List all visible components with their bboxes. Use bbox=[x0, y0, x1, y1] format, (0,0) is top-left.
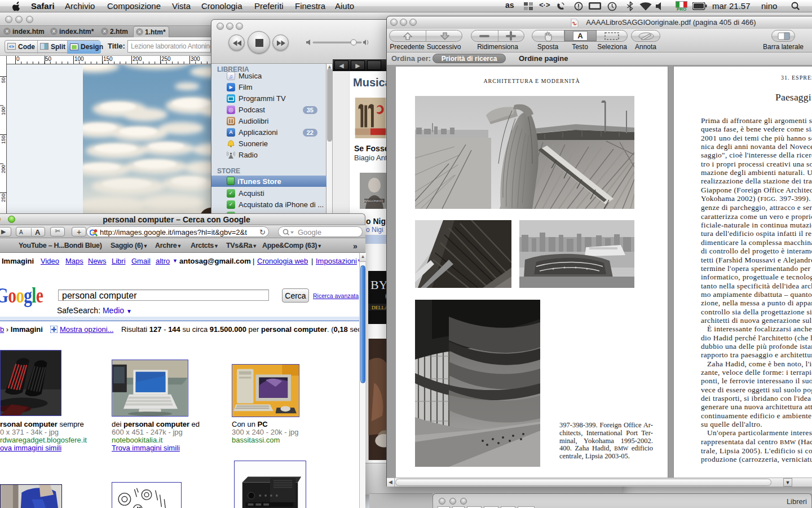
svg-text:200: 200 bbox=[1, 165, 6, 173]
svg-text:150: 150 bbox=[1, 135, 6, 144]
svg-text:250: 250 bbox=[161, 56, 171, 62]
svg-text:INSGONKIO: INSGONKIO bbox=[364, 199, 383, 203]
svg-text:100: 100 bbox=[74, 56, 84, 62]
svg-text:200: 200 bbox=[133, 56, 142, 62]
svg-text:50: 50 bbox=[1, 77, 6, 83]
svg-text:0: 0 bbox=[16, 56, 20, 62]
svg-text:50: 50 bbox=[45, 56, 52, 62]
svg-text:300: 300 bbox=[191, 56, 200, 62]
svg-text:250: 250 bbox=[1, 194, 6, 202]
svg-text:100: 100 bbox=[1, 107, 6, 115]
svg-text:150: 150 bbox=[103, 56, 113, 62]
